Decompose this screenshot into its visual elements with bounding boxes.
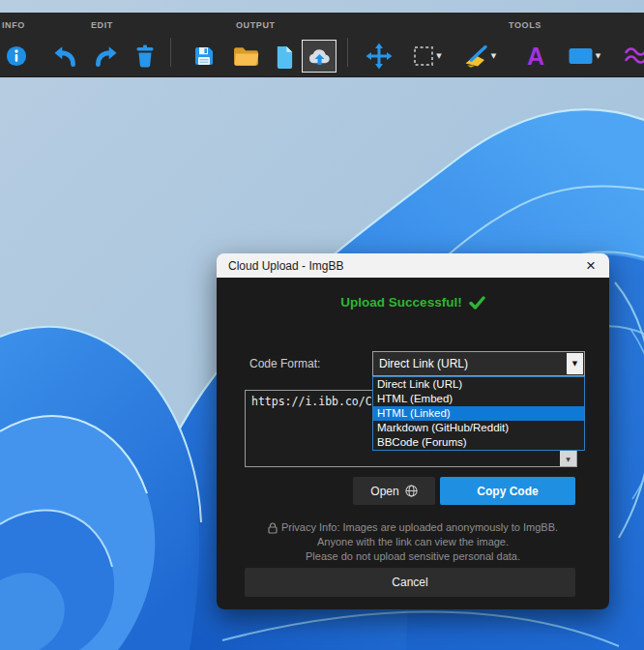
cancel-button[interactable]: Cancel bbox=[245, 568, 575, 597]
toolbar: INFO EDIT OUTPUT TOOLS bbox=[0, 13, 644, 77]
dialog-title: Cloud Upload - ImgBB bbox=[228, 259, 582, 273]
chevron-down-icon[interactable]: ▼ bbox=[596, 52, 600, 60]
cloud-upload-dialog: Cloud Upload - ImgBB × Upload Successful… bbox=[217, 253, 609, 609]
checkmark-icon bbox=[469, 296, 485, 310]
code-format-dropdown-list: Direct Link (URL) HTML (Embed) HTML (Lin… bbox=[372, 376, 585, 451]
dialog-body: Upload Successful! Code Format: Direct L… bbox=[217, 278, 609, 609]
dropdown-option-bbcode[interactable]: BBCode (Forums) bbox=[373, 435, 584, 450]
redo-icon[interactable] bbox=[92, 40, 119, 73]
select-region-icon[interactable]: ▼ bbox=[411, 40, 444, 73]
combobox-dropdown-button[interactable]: ▼ bbox=[567, 353, 583, 374]
scroll-down-icon[interactable]: ▼ bbox=[560, 451, 576, 466]
upload-status: Upload Successful! bbox=[217, 295, 609, 310]
cloud-upload-icon[interactable] bbox=[302, 40, 337, 73]
dropdown-option-html-linked[interactable]: HTML (Linked) bbox=[373, 406, 584, 421]
lock-icon bbox=[268, 522, 278, 534]
chevron-down-icon[interactable]: ▼ bbox=[436, 52, 441, 60]
privacy-line-2: Anyone with the link can view the image. bbox=[217, 535, 609, 549]
code-format-combobox[interactable]: Direct Link (URL) ▼ bbox=[372, 351, 585, 376]
undo-icon[interactable] bbox=[52, 40, 79, 73]
shape-rectangle-icon[interactable]: ▼ bbox=[566, 40, 602, 73]
highlighter-icon[interactable]: ▼ bbox=[462, 40, 497, 73]
toolbar-divider bbox=[347, 38, 348, 67]
combobox-value: Direct Link (URL) bbox=[373, 357, 566, 370]
move-icon[interactable] bbox=[365, 40, 394, 73]
close-icon[interactable]: × bbox=[582, 257, 600, 274]
group-label-edit: EDIT bbox=[91, 20, 113, 30]
delete-icon[interactable] bbox=[132, 40, 158, 73]
new-document-icon[interactable] bbox=[272, 40, 297, 73]
copy-code-button[interactable]: Copy Code bbox=[440, 477, 575, 505]
privacy-line-3: Please do not upload sensitive personal … bbox=[217, 549, 609, 564]
info-icon[interactable] bbox=[4, 40, 29, 73]
dropdown-option-direct-link[interactable]: Direct Link (URL) bbox=[373, 377, 584, 392]
open-folder-icon[interactable] bbox=[231, 40, 260, 73]
upload-status-text: Upload Successful! bbox=[340, 295, 461, 310]
group-label-info: INFO bbox=[2, 20, 25, 30]
code-format-label: Code Format: bbox=[249, 351, 320, 376]
privacy-info: Privacy Info: Images are uploaded anonym… bbox=[217, 520, 609, 564]
open-button[interactable]: Open bbox=[353, 477, 435, 505]
chevron-down-icon[interactable]: ▼ bbox=[491, 52, 496, 60]
globe-icon bbox=[405, 485, 418, 497]
group-label-output: OUTPUT bbox=[236, 20, 276, 30]
dropdown-option-markdown[interactable]: Markdown (GitHub/Reddit) bbox=[373, 421, 584, 435]
dropdown-option-html-embed[interactable]: HTML (Embed) bbox=[373, 392, 584, 406]
screen: INFO EDIT OUTPUT TOOLS bbox=[0, 0, 644, 650]
chevron-down-icon: ▼ bbox=[572, 360, 577, 368]
dialog-titlebar[interactable]: Cloud Upload - ImgBB × bbox=[217, 253, 609, 278]
save-icon[interactable] bbox=[190, 40, 218, 73]
freehand-draw-icon[interactable] bbox=[623, 40, 644, 73]
privacy-line-1: Privacy Info: Images are uploaded anonym… bbox=[281, 520, 558, 535]
group-label-tools: TOOLS bbox=[509, 20, 542, 30]
toolbar-divider bbox=[170, 38, 171, 67]
text-tool-icon[interactable]: A bbox=[523, 40, 548, 73]
